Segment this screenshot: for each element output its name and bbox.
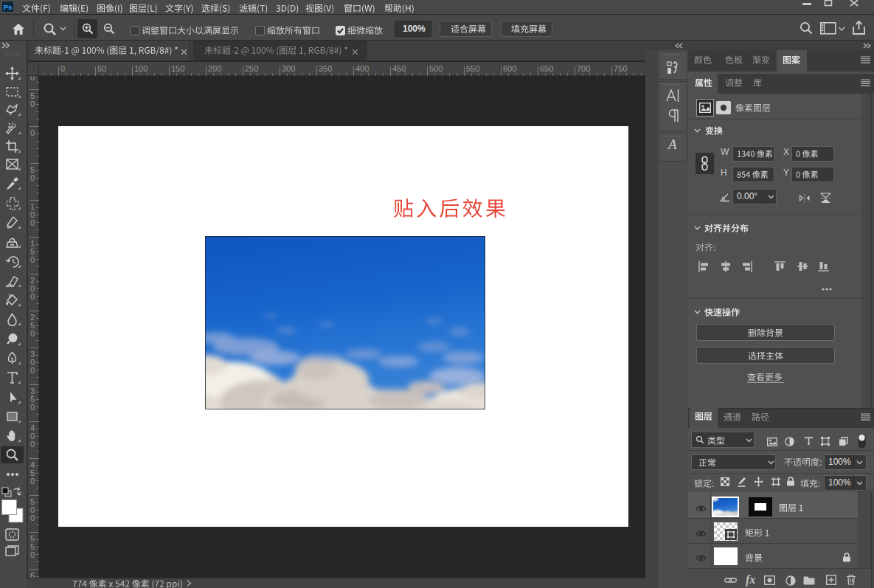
svg-text:750: 750 <box>614 64 627 73</box>
svg-text:0: 0 <box>30 403 35 412</box>
svg-text:6: 6 <box>30 571 35 578</box>
svg-text:450: 450 <box>392 64 406 73</box>
svg-text:0: 0 <box>30 550 35 559</box>
svg-text:700: 700 <box>577 64 590 73</box>
svg-text:0: 0 <box>30 100 35 108</box>
svg-text:50: 50 <box>97 64 106 73</box>
svg-text:650: 650 <box>540 64 553 73</box>
svg-text:600: 600 <box>503 64 516 73</box>
svg-text:350: 350 <box>319 64 332 73</box>
svg-text:300: 300 <box>282 64 295 73</box>
svg-text:550: 550 <box>466 64 479 73</box>
svg-text:100: 100 <box>134 64 148 73</box>
svg-text:0: 0 <box>30 255 35 264</box>
svg-text:0: 0 <box>30 218 35 227</box>
svg-text:0: 0 <box>30 366 35 375</box>
svg-text:200: 200 <box>208 64 221 73</box>
svg-text:0: 0 <box>30 513 35 522</box>
svg-text:0: 0 <box>30 440 35 449</box>
svg-text:Ps: Ps <box>4 3 13 11</box>
svg-text:0: 0 <box>60 64 65 73</box>
svg-text:0: 0 <box>30 128 35 137</box>
svg-text:150: 150 <box>171 64 184 73</box>
svg-text:400: 400 <box>356 64 369 73</box>
svg-text:0: 0 <box>30 329 35 338</box>
svg-text:0: 0 <box>30 173 35 182</box>
svg-text:0: 0 <box>30 477 35 485</box>
svg-text:250: 250 <box>245 64 258 73</box>
svg-text:500: 500 <box>429 64 443 73</box>
svg-text:0: 0 <box>30 292 35 301</box>
